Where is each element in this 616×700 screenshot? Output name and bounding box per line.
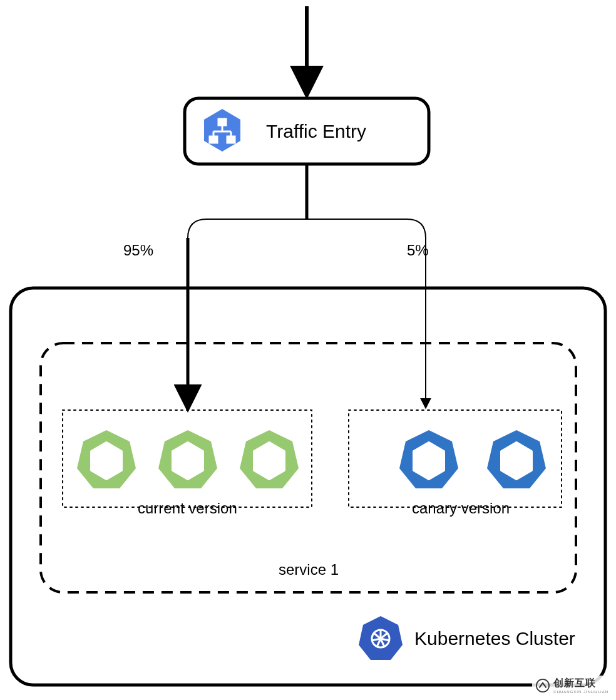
svg-point-20 xyxy=(536,679,549,691)
svg-rect-8 xyxy=(227,136,235,143)
traffic-entry-label: Traffic Entry xyxy=(266,121,366,142)
canary-version-label: canary version xyxy=(412,500,510,517)
canary-pod-2 xyxy=(487,430,546,488)
cluster-label: Kubernetes Cluster xyxy=(414,628,575,649)
split-left-label: 95% xyxy=(123,242,153,259)
svg-rect-7 xyxy=(210,136,217,143)
k8s-icon xyxy=(359,616,403,660)
current-pod-2 xyxy=(158,430,217,488)
current-version-label: current version xyxy=(138,500,237,517)
canary-pod-1 xyxy=(399,430,458,488)
diagram-canvas: Traffic Entry 95% 5% current version can… xyxy=(0,0,616,700)
split-right-label: 5% xyxy=(407,242,429,259)
watermark-icon xyxy=(536,679,550,692)
current-pod-1 xyxy=(77,430,136,488)
traffic-entry-node: Traffic Entry xyxy=(185,98,429,164)
svg-rect-2 xyxy=(218,119,226,125)
split-bar xyxy=(188,219,426,238)
watermark: 创新互联 CHUANGXIN JINHULIAN xyxy=(532,676,612,696)
current-pod-3 xyxy=(240,430,299,488)
watermark-brand: 创新互联 xyxy=(553,677,596,688)
watermark-sub: CHUANGXIN JINHULIAN xyxy=(553,690,608,694)
service-label: service 1 xyxy=(279,561,339,578)
